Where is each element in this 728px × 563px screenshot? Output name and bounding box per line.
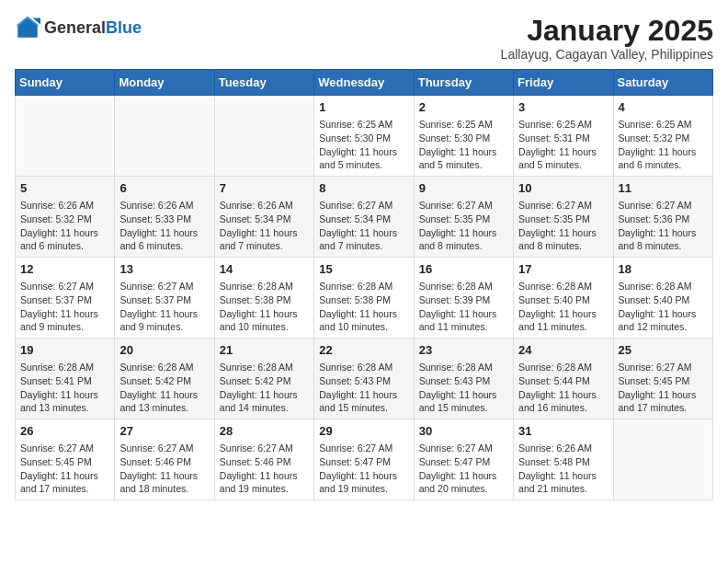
day-number: 13: [119, 261, 209, 278]
day-info: Sunrise: 6:26 AM: [20, 199, 109, 213]
day-info: Daylight: 11 hours and 11 minutes.: [419, 307, 508, 334]
day-number: 17: [518, 261, 608, 278]
day-info: Daylight: 11 hours and 7 minutes.: [319, 226, 408, 253]
calendar-cell: 31Sunrise: 6:26 AMSunset: 5:48 PMDayligh…: [514, 419, 613, 500]
day-info: Sunset: 5:40 PM: [518, 293, 608, 307]
day-info: Sunrise: 6:27 AM: [619, 199, 708, 213]
day-number: 20: [119, 342, 209, 359]
calendar-cell: 9Sunrise: 6:27 AMSunset: 5:35 PMDaylight…: [414, 177, 513, 258]
day-number: 19: [20, 342, 109, 359]
day-number: 3: [518, 99, 608, 116]
day-info: Sunrise: 6:26 AM: [119, 199, 209, 213]
day-info: Daylight: 11 hours and 5 minutes.: [518, 145, 608, 172]
calendar-cell: 13Sunrise: 6:27 AMSunset: 5:37 PMDayligh…: [115, 258, 214, 339]
calendar-cell: 21Sunrise: 6:28 AMSunset: 5:42 PMDayligh…: [214, 339, 313, 419]
day-info: Daylight: 11 hours and 6 minutes.: [619, 145, 708, 172]
day-info: Daylight: 11 hours and 12 minutes.: [619, 307, 708, 334]
day-number: 24: [518, 342, 608, 359]
day-info: Sunrise: 6:28 AM: [419, 280, 508, 293]
day-info: Sunrise: 6:28 AM: [220, 280, 309, 293]
day-info: Daylight: 11 hours and 10 minutes.: [220, 307, 309, 334]
calendar-cell: [214, 96, 313, 177]
day-info: Sunset: 5:41 PM: [20, 374, 109, 388]
calendar-cell: 12Sunrise: 6:27 AMSunset: 5:37 PMDayligh…: [16, 258, 115, 339]
day-info: Daylight: 11 hours and 11 minutes.: [518, 307, 608, 334]
calendar-cell: 11Sunrise: 6:27 AMSunset: 5:36 PMDayligh…: [613, 177, 712, 258]
day-number: 27: [119, 423, 209, 440]
day-header-sunday: Sunday: [16, 70, 115, 96]
calendar-cell: 3Sunrise: 6:25 AMSunset: 5:31 PMDaylight…: [514, 96, 613, 177]
calendar-cell: 23Sunrise: 6:28 AMSunset: 5:43 PMDayligh…: [414, 339, 513, 419]
week-row-1: 1Sunrise: 6:25 AMSunset: 5:30 PMDaylight…: [16, 96, 713, 177]
calendar-cell: 20Sunrise: 6:28 AMSunset: 5:42 PMDayligh…: [115, 339, 214, 419]
calendar-cell: 14Sunrise: 6:28 AMSunset: 5:38 PMDayligh…: [214, 258, 313, 339]
day-number: 31: [518, 423, 608, 440]
day-number: 9: [419, 180, 508, 197]
day-header-friday: Friday: [514, 70, 613, 96]
day-info: Daylight: 11 hours and 8 minutes.: [619, 226, 708, 253]
day-info: Sunrise: 6:28 AM: [518, 280, 608, 293]
day-info: Sunrise: 6:28 AM: [119, 361, 209, 374]
day-info: Sunrise: 6:27 AM: [419, 199, 508, 213]
day-info: Sunrise: 6:27 AM: [319, 199, 408, 213]
day-number: 4: [619, 99, 708, 116]
day-info: Sunrise: 6:28 AM: [518, 361, 608, 374]
day-info: Sunset: 5:33 PM: [119, 213, 209, 226]
calendar-cell: 28Sunrise: 6:27 AMSunset: 5:46 PMDayligh…: [214, 419, 313, 500]
logo-general: General: [44, 19, 106, 36]
day-info: Sunrise: 6:27 AM: [20, 442, 109, 455]
calendar-cell: 15Sunrise: 6:28 AMSunset: 5:38 PMDayligh…: [314, 258, 414, 339]
day-info: Sunrise: 6:27 AM: [119, 442, 209, 455]
calendar-cell: 10Sunrise: 6:27 AMSunset: 5:35 PMDayligh…: [514, 177, 613, 258]
day-info: Sunset: 5:43 PM: [319, 374, 408, 388]
day-info: Sunset: 5:34 PM: [220, 213, 309, 226]
day-info: Sunset: 5:46 PM: [220, 455, 309, 469]
calendar-cell: 2Sunrise: 6:25 AMSunset: 5:30 PMDaylight…: [414, 96, 513, 177]
day-number: 30: [419, 423, 508, 440]
day-info: Sunrise: 6:28 AM: [220, 361, 309, 374]
day-info: Sunset: 5:47 PM: [319, 455, 408, 469]
calendar-header: SundayMondayTuesdayWednesdayThursdayFrid…: [16, 70, 713, 96]
calendar-cell: 6Sunrise: 6:26 AMSunset: 5:33 PMDaylight…: [115, 177, 214, 258]
day-info: Sunrise: 6:28 AM: [20, 361, 109, 374]
calendar-body: 1Sunrise: 6:25 AMSunset: 5:30 PMDaylight…: [16, 96, 713, 500]
day-header-tuesday: Tuesday: [214, 70, 313, 96]
logo-icon: [15, 15, 40, 40]
calendar-cell: 18Sunrise: 6:28 AMSunset: 5:40 PMDayligh…: [613, 258, 712, 339]
day-info: Sunset: 5:36 PM: [619, 213, 708, 226]
day-info: Sunrise: 6:25 AM: [619, 118, 708, 132]
calendar-cell: 19Sunrise: 6:28 AMSunset: 5:41 PMDayligh…: [16, 339, 115, 419]
calendar-cell: 5Sunrise: 6:26 AMSunset: 5:32 PMDaylight…: [16, 177, 115, 258]
calendar-cell: [613, 419, 712, 500]
day-info: Sunset: 5:45 PM: [20, 455, 109, 469]
day-info: Sunrise: 6:25 AM: [319, 118, 408, 132]
day-number: 26: [20, 423, 109, 440]
day-info: Sunset: 5:43 PM: [419, 374, 508, 388]
day-info: Daylight: 11 hours and 13 minutes.: [20, 388, 109, 415]
day-info: Sunrise: 6:25 AM: [419, 118, 508, 132]
day-info: Sunset: 5:47 PM: [419, 455, 508, 469]
logo: General Blue: [15, 15, 142, 40]
day-info: Sunset: 5:38 PM: [319, 293, 408, 307]
day-info: Sunset: 5:39 PM: [419, 293, 508, 307]
calendar-cell: 27Sunrise: 6:27 AMSunset: 5:46 PMDayligh…: [115, 419, 214, 500]
week-row-3: 12Sunrise: 6:27 AMSunset: 5:37 PMDayligh…: [16, 258, 713, 339]
subtitle: Lallayug, Cagayan Valley, Philippines: [501, 47, 713, 62]
day-info: Sunrise: 6:27 AM: [518, 199, 608, 213]
day-info: Daylight: 11 hours and 8 minutes.: [518, 226, 608, 253]
calendar-cell: 1Sunrise: 6:25 AMSunset: 5:30 PMDaylight…: [314, 96, 414, 177]
day-number: 12: [20, 261, 109, 278]
day-header-monday: Monday: [115, 70, 214, 96]
day-info: Sunset: 5:42 PM: [119, 374, 209, 388]
day-info: Sunset: 5:30 PM: [319, 132, 408, 145]
day-info: Sunset: 5:35 PM: [518, 213, 608, 226]
day-info: Sunrise: 6:28 AM: [619, 280, 708, 293]
day-info: Daylight: 11 hours and 15 minutes.: [419, 388, 508, 415]
calendar-table: SundayMondayTuesdayWednesdayThursdayFrid…: [15, 69, 713, 500]
calendar-cell: 29Sunrise: 6:27 AMSunset: 5:47 PMDayligh…: [314, 419, 414, 500]
day-info: Sunrise: 6:27 AM: [20, 280, 109, 293]
day-info: Daylight: 11 hours and 6 minutes.: [119, 226, 209, 253]
logo-text: General Blue: [44, 19, 142, 36]
day-info: Daylight: 11 hours and 8 minutes.: [419, 226, 508, 253]
day-info: Sunrise: 6:27 AM: [319, 442, 408, 455]
